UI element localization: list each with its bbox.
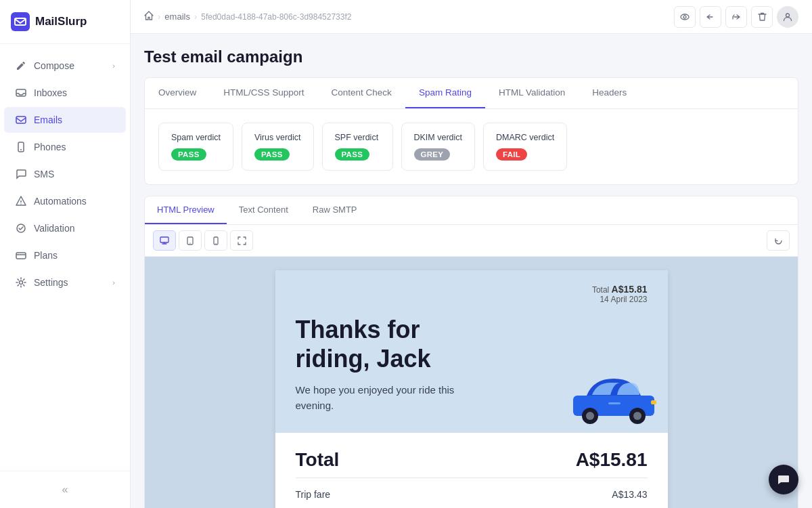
page-content-area: Test email campaign Overview HTML/CSS Su… bbox=[131, 34, 812, 508]
verdict-spf: SPF verdict PASS bbox=[322, 123, 393, 171]
email-greeting: Thanks for riding, Jack bbox=[296, 315, 499, 373]
preview-tab-text[interactable]: Text Content bbox=[227, 196, 300, 224]
receipt-total-amount: A$15.81 bbox=[612, 284, 648, 295]
verdict-virus-badge: PASS bbox=[254, 148, 290, 161]
collapse-sidebar-button[interactable]: « bbox=[55, 480, 75, 500]
view-desktop-button[interactable] bbox=[153, 230, 176, 251]
sidebar-item-automations[interactable]: Automations bbox=[4, 188, 126, 214]
svg-rect-0 bbox=[11, 12, 30, 31]
total-label: Total bbox=[296, 449, 340, 471]
topbar-actions bbox=[674, 6, 798, 28]
svg-point-24 bbox=[633, 412, 641, 420]
settings-icon bbox=[15, 276, 27, 289]
sidebar-item-emails[interactable]: Emails bbox=[4, 107, 126, 133]
logo-area: MailSlurp bbox=[0, 0, 130, 44]
emails-icon bbox=[15, 114, 27, 126]
tab-html-css[interactable]: HTML/CSS Support bbox=[210, 78, 317, 108]
tab-spam-rating[interactable]: Spam Rating bbox=[405, 78, 485, 108]
tab-overview[interactable]: Overview bbox=[145, 78, 210, 108]
forward-button[interactable] bbox=[725, 6, 747, 28]
chat-bubble-button[interactable] bbox=[769, 465, 798, 494]
sidebar-item-phones[interactable]: Phones bbox=[4, 134, 126, 160]
user-avatar[interactable] bbox=[777, 6, 798, 28]
verdict-dmarc: DMARC verdict FAIL bbox=[483, 123, 567, 171]
email-subtitle: We hope you enjoyed your ride this eveni… bbox=[296, 383, 458, 413]
svg-rect-3 bbox=[16, 117, 26, 123]
line-item-trip-fare: Trip fare A$13.43 bbox=[296, 485, 648, 504]
tab-headers[interactable]: Headers bbox=[579, 78, 640, 108]
sidebar-item-settings[interactable]: Settings › bbox=[4, 270, 126, 295]
sidebar-item-sms-label: SMS bbox=[34, 169, 54, 179]
sms-icon bbox=[15, 168, 27, 180]
view-email-button[interactable] bbox=[674, 6, 696, 28]
reply-button[interactable] bbox=[700, 6, 721, 28]
tab-html-validation[interactable]: HTML Validation bbox=[485, 78, 579, 108]
preview-section: HTML Preview Text Content Raw SMTP bbox=[144, 196, 798, 508]
sidebar-item-compose-label: Compose bbox=[34, 60, 74, 71]
verdict-dkim: DKIM verdict GREY bbox=[401, 123, 476, 171]
mailslurp-logo-icon bbox=[11, 12, 30, 31]
sidebar-nav: Compose › Inboxes Emails Phones bbox=[0, 44, 130, 471]
sidebar-item-inboxes[interactable]: Inboxes bbox=[4, 80, 126, 106]
main-content: › emails › 5fed0dad-4188-47ab-806c-3d984… bbox=[131, 0, 812, 508]
sidebar-item-compose[interactable]: Compose › bbox=[4, 53, 126, 79]
sidebar-item-sms[interactable]: SMS bbox=[4, 161, 126, 187]
verdict-dmarc-title: DMARC verdict bbox=[496, 133, 554, 142]
page-title: Test email campaign bbox=[144, 47, 798, 66]
sidebar-item-phones-label: Phones bbox=[34, 142, 66, 152]
svg-point-8 bbox=[20, 203, 21, 204]
automations-icon bbox=[15, 195, 27, 207]
svg-rect-26 bbox=[608, 402, 621, 404]
svg-rect-25 bbox=[651, 400, 656, 404]
compose-chevron: › bbox=[112, 62, 115, 70]
verdict-spf-title: SPF verdict bbox=[335, 133, 380, 142]
preview-toolbar bbox=[145, 225, 798, 257]
sidebar-item-validation-label: Validation bbox=[34, 223, 74, 234]
delete-button[interactable] bbox=[751, 6, 773, 28]
sidebar-item-inboxes-label: Inboxes bbox=[34, 87, 67, 98]
verdict-dmarc-badge: FAIL bbox=[496, 148, 527, 161]
refresh-button[interactable] bbox=[767, 230, 790, 251]
settings-chevron: › bbox=[112, 278, 115, 287]
sidebar-item-emails-label: Emails bbox=[34, 114, 62, 125]
line-item-label: Trip fare bbox=[296, 489, 331, 500]
svg-point-11 bbox=[20, 281, 23, 284]
verdict-dkim-title: DKIM verdict bbox=[414, 133, 463, 142]
sidebar-bottom: « bbox=[0, 471, 130, 508]
car-illustration bbox=[566, 365, 661, 426]
verdict-spam-badge: PASS bbox=[171, 148, 206, 161]
main-tabs-bar: Overview HTML/CSS Support Content Check … bbox=[144, 77, 798, 109]
verdict-spf-badge: PASS bbox=[335, 148, 370, 161]
verdict-dkim-badge: GREY bbox=[414, 148, 451, 161]
svg-point-14 bbox=[786, 14, 790, 17]
svg-point-22 bbox=[586, 412, 594, 420]
email-header-area: Total A$15.81 14 April 2023 Thanks for r… bbox=[275, 270, 668, 433]
breadcrumb-sep-2: › bbox=[194, 12, 197, 22]
svg-point-5 bbox=[20, 149, 22, 150]
home-icon[interactable] bbox=[144, 11, 154, 22]
total-row: Total A$15.81 bbox=[296, 449, 648, 471]
view-mobile-button[interactable] bbox=[204, 230, 227, 251]
topbar: › emails › 5fed0dad-4188-47ab-806c-3d984… bbox=[131, 0, 812, 34]
email-frame: Total A$15.81 14 April 2023 Thanks for r… bbox=[145, 257, 798, 508]
sidebar-item-validation[interactable]: Validation bbox=[4, 215, 126, 241]
sidebar-item-plans-label: Plans bbox=[34, 250, 58, 261]
verdict-spam-title: Spam verdict bbox=[171, 133, 221, 142]
receipt-label: Total bbox=[592, 285, 612, 295]
divider bbox=[296, 478, 648, 478]
breadcrumb-emails-link[interactable]: emails bbox=[164, 12, 190, 22]
preview-tab-html[interactable]: HTML Preview bbox=[145, 196, 227, 224]
verdict-section: Spam verdict PASS Virus verdict PASS SPF… bbox=[144, 109, 798, 185]
verdict-virus-title: Virus verdict bbox=[254, 133, 301, 142]
tab-content-check[interactable]: Content Check bbox=[318, 78, 405, 108]
app-name: MailSlurp bbox=[35, 15, 87, 28]
line-item-amount: A$13.43 bbox=[612, 489, 647, 500]
inboxes-icon bbox=[15, 87, 27, 99]
preview-tab-smtp[interactable]: Raw SMTP bbox=[300, 196, 369, 224]
sidebar-item-plans[interactable]: Plans bbox=[4, 242, 126, 268]
receipt-date: 14 April 2023 bbox=[600, 295, 647, 304]
preview-tabs-bar: HTML Preview Text Content Raw SMTP bbox=[145, 196, 798, 225]
verdict-virus: Virus verdict PASS bbox=[242, 123, 314, 171]
view-tablet-button[interactable] bbox=[179, 230, 202, 251]
view-fullscreen-button[interactable] bbox=[230, 230, 253, 251]
